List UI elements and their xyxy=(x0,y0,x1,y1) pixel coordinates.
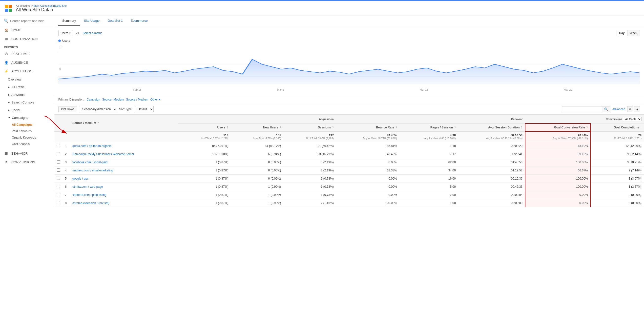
th-avg-session[interactable]: Avg. Session Duration ? xyxy=(458,124,525,132)
row-checkbox[interactable] xyxy=(54,191,62,199)
row-goal-conv-rate: 0.00% xyxy=(525,199,591,207)
row-checkbox-input[interactable] xyxy=(57,185,60,188)
sidebar-item-realtime[interactable]: ⏱ REAL-TIME xyxy=(0,50,54,58)
th-bounce-rate[interactable]: Bounce Rate ? xyxy=(336,124,400,132)
goal-conv-help[interactable]: ? xyxy=(586,126,588,129)
row-checkbox-input[interactable] xyxy=(57,201,60,204)
tab-goal-set-1[interactable]: Goal Set 1 xyxy=(104,16,126,26)
total-pages-session: 4.38 Avg for View: 4.88 (-10.20%) xyxy=(400,132,458,142)
reports-section-label: Reports xyxy=(0,43,54,50)
th-sessions[interactable]: Sessions ? xyxy=(284,124,336,132)
table-row: 8. chrome-extension / (not set) 1 (0.87%… xyxy=(54,199,644,207)
sidebar-item-cost-analysis[interactable]: Cost Analysis xyxy=(0,141,54,147)
table-search-input[interactable] xyxy=(562,106,602,112)
row-checkbox[interactable] xyxy=(54,175,62,183)
select-metric-link[interactable]: Select a metric xyxy=(83,31,102,35)
pages-help[interactable]: ? xyxy=(454,126,456,129)
tab-site-usage[interactable]: Site Usage xyxy=(80,16,104,26)
table-search-button[interactable]: 🔍 xyxy=(602,106,610,112)
avg-session-help[interactable]: ? xyxy=(521,126,522,129)
sidebar-item-all-traffic[interactable]: ▶ All Traffic xyxy=(0,83,54,91)
dim-other[interactable]: Other ▾ xyxy=(150,98,161,101)
dim-source-medium[interactable]: Source / Medium xyxy=(126,98,148,101)
bounce-help[interactable]: ? xyxy=(396,126,397,129)
row-checkbox[interactable] xyxy=(54,150,62,158)
sidebar-item-search-console[interactable]: ▶ Search Console xyxy=(0,98,54,106)
plot-rows-button[interactable]: Plot Rows xyxy=(58,106,77,112)
sidebar-item-paid-keywords[interactable]: Paid Keywords xyxy=(0,128,54,134)
row-checkbox[interactable] xyxy=(54,158,62,166)
table-row: 7. capterra.com / paid-listing 1 (0.87%)… xyxy=(54,191,644,199)
sidebar-item-customization[interactable]: ⊞ CUSTOMIZATION xyxy=(0,34,54,43)
source-medium-link[interactable]: quora.com / qa-forum-organic xyxy=(72,144,112,148)
row-users: 85 (73.91%) xyxy=(178,142,231,150)
row-checkbox-input[interactable] xyxy=(57,176,60,180)
source-medium-link[interactable]: chrome-extension / (not set) xyxy=(72,201,109,205)
row-sessions: 23 (16.79%) xyxy=(284,150,336,158)
row-goal-completions: 1 (3.57%) xyxy=(591,175,644,183)
dim-source[interactable]: Source xyxy=(102,98,112,101)
users-help[interactable]: ? xyxy=(227,126,228,129)
account-dropdown-arrow[interactable]: ▾ xyxy=(52,8,53,12)
search-input[interactable] xyxy=(10,19,50,23)
sidebar-item-all-campaigns[interactable]: All Campaigns xyxy=(0,122,54,128)
sort-icon: ↓ xyxy=(640,126,642,129)
source-medium-link[interactable]: utmftw.com / web-page xyxy=(72,185,103,188)
source-medium-help[interactable]: ? xyxy=(97,122,99,124)
pie-view-button[interactable]: ◉ xyxy=(634,106,640,112)
th-checkbox xyxy=(54,115,62,132)
sidebar-item-overview[interactable]: Overview xyxy=(0,76,54,83)
row-checkbox-input[interactable] xyxy=(57,152,60,155)
sidebar-item-behavior[interactable]: ☰ BEHAVIOR xyxy=(0,149,54,158)
table-view-button[interactable]: ⊞ xyxy=(627,106,633,112)
th-new-users[interactable]: New Users ? xyxy=(231,124,283,132)
source-medium-link[interactable]: capterra.com / paid-listing xyxy=(72,193,106,196)
th-goal-conv-rate[interactable]: Goal Conversion Rate ? xyxy=(525,124,591,132)
row-pages-session: 34.00 xyxy=(400,166,458,175)
row-checkbox[interactable] xyxy=(54,183,62,191)
source-medium-link[interactable]: facebook.com / social-paid xyxy=(72,160,108,164)
secondary-dimension-select[interactable]: Secondary dimension xyxy=(79,106,117,112)
source-medium-link[interactable]: google / ppc xyxy=(72,177,88,180)
row-checkbox[interactable] xyxy=(54,142,62,150)
day-button[interactable]: Day xyxy=(616,30,627,36)
th-users[interactable]: Users ? xyxy=(178,124,231,132)
sidebar-item-conversions[interactable]: ⚑ CONVERSIONS xyxy=(0,158,54,166)
th-pages-session[interactable]: Pages / Session ? xyxy=(400,124,458,132)
row-new-users: 6 (5.94%) xyxy=(231,150,283,158)
row-pages-session: 62.00 xyxy=(400,158,458,166)
week-button[interactable]: Week xyxy=(627,30,640,36)
sessions-help[interactable]: ? xyxy=(332,126,334,129)
vs-label: vs. xyxy=(76,31,80,35)
row-num: 6. xyxy=(62,183,70,191)
source-medium-link[interactable]: marketo.com / email-marketing xyxy=(72,169,113,172)
tab-ecommerce[interactable]: Ecommerce xyxy=(127,16,152,26)
site-link[interactable]: Main CampaignTrackly Site xyxy=(34,4,67,7)
new-users-help[interactable]: ? xyxy=(280,126,281,129)
th-goal-completions[interactable]: Goal Completions ↓ xyxy=(591,124,644,132)
sidebar-item-acquisition[interactable]: ⚡ ACQUISITION xyxy=(0,67,54,76)
row-checkbox-input[interactable] xyxy=(57,160,60,164)
sidebar-item-social[interactable]: ▶ Social xyxy=(0,106,54,114)
dim-medium[interactable]: Medium xyxy=(114,98,124,101)
sidebar-item-home[interactable]: 🏠 HOME xyxy=(0,26,54,34)
row-checkbox-input[interactable] xyxy=(57,193,60,196)
sidebar-item-campaigns[interactable]: ▼ Campaigns xyxy=(0,114,54,122)
row-users: 1 (0.87%) xyxy=(178,166,231,175)
row-checkbox-input[interactable] xyxy=(57,144,60,147)
row-checkbox[interactable] xyxy=(54,166,62,175)
sidebar-item-organic-keywords[interactable]: Organic Keywords xyxy=(0,134,54,141)
sidebar-item-adwords[interactable]: ▶ AdWords xyxy=(0,91,54,98)
row-checkbox-input[interactable] xyxy=(57,168,60,172)
dim-campaign[interactable]: Campaign xyxy=(87,98,100,101)
sort-type-select[interactable]: Default xyxy=(135,106,154,112)
table-search-box: 🔍 xyxy=(562,106,610,112)
row-checkbox[interactable] xyxy=(54,199,62,207)
tab-summary[interactable]: Summary xyxy=(58,16,80,26)
sidebar-item-audience[interactable]: 👤 AUDIENCE xyxy=(0,58,54,67)
source-medium-link[interactable]: CampaignTrackly Subscribers Welcome / em… xyxy=(72,152,134,156)
primary-dimension-row: Primary Dimension: Campaign Source Mediu… xyxy=(54,95,644,104)
metric-dropdown[interactable]: Users ▾ xyxy=(58,30,73,36)
advanced-link[interactable]: advanced xyxy=(612,108,625,111)
goal-select[interactable]: All Goals xyxy=(623,117,642,121)
